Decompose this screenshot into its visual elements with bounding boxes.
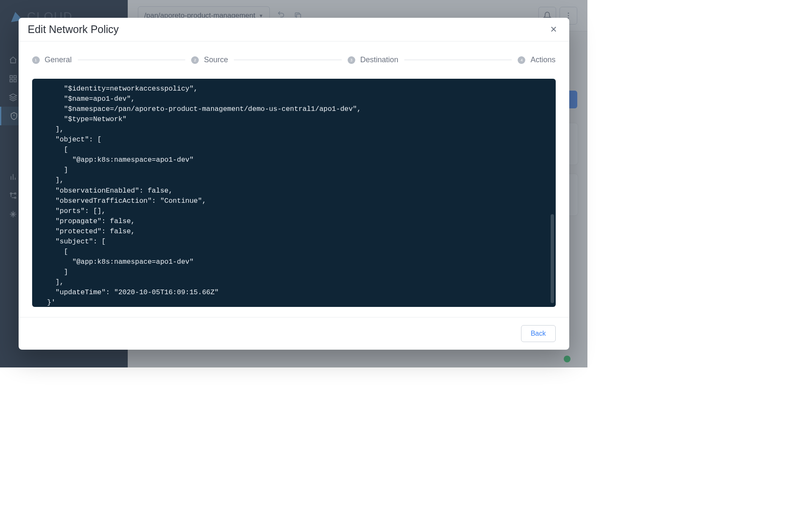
close-icon [550, 25, 557, 33]
modal-title: Edit Network Policy [28, 23, 119, 36]
step-actions[interactable]: 4 Actions [518, 55, 555, 64]
edit-network-policy-modal: Edit Network Policy 1 General 2 Source 3 [19, 18, 569, 350]
modal-footer: Back [19, 317, 569, 350]
close-button[interactable] [547, 23, 560, 36]
step-destination[interactable]: 3 Destination [348, 55, 398, 64]
step-source[interactable]: 2 Source [191, 55, 228, 64]
modal-overlay: Edit Network Policy 1 General 2 Source 3 [0, 0, 587, 367]
stepper: 1 General 2 Source 3 Destination 4 Actio… [19, 41, 569, 79]
scrollbar[interactable] [551, 214, 554, 303]
code-viewer[interactable]: "$identity=networkaccesspolicy", "$name=… [32, 79, 556, 307]
step-general[interactable]: 1 General [32, 55, 72, 64]
back-button[interactable]: Back [521, 325, 556, 342]
modal-header: Edit Network Policy [19, 18, 569, 41]
